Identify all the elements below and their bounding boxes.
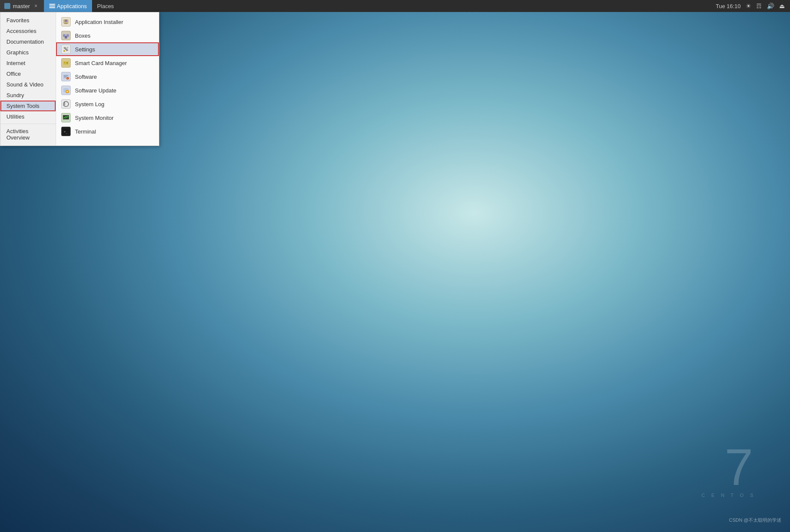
network-icon[interactable]: ☶ xyxy=(756,3,762,9)
window-title-item[interactable]: master × xyxy=(0,0,44,12)
svg-text:+: + xyxy=(66,20,67,23)
boxes-label: Boxes xyxy=(75,33,90,39)
menu-item-system-tools[interactable]: System Tools xyxy=(0,101,56,111)
taskbar: master × Applications Places Tue 16:10 ☀… xyxy=(0,0,790,12)
settings-label: Settings xyxy=(75,46,95,53)
applications-button[interactable]: Applications xyxy=(44,0,92,12)
boxes-icon xyxy=(61,31,71,40)
svg-point-13 xyxy=(66,62,68,64)
software-label: Software xyxy=(75,74,97,80)
centos-number: 7 xyxy=(701,441,756,493)
terminal-icon: >_ xyxy=(61,127,71,136)
menu-software[interactable]: ↓ Software xyxy=(56,70,159,83)
menu-terminal[interactable]: >_ Terminal xyxy=(56,125,159,138)
app-installer-icon: + xyxy=(61,17,71,27)
display-icon[interactable]: ☀ xyxy=(746,3,751,9)
menu-item-sundry[interactable]: Sundry xyxy=(0,90,56,101)
menu-item-accessories[interactable]: Accessories xyxy=(0,26,56,36)
menu-app-list: + Application Installer Boxes xyxy=(56,12,159,146)
svg-rect-1 xyxy=(64,23,68,24)
svg-rect-26 xyxy=(63,115,69,119)
taskbar-left: master × Applications Places xyxy=(0,0,119,12)
menu-item-internet[interactable]: Internet xyxy=(0,58,56,68)
taskbar-right: Tue 16:10 ☀ ☶ 🔊 ⏏ xyxy=(716,3,790,9)
menu-item-utilities[interactable]: Utilities xyxy=(0,111,56,122)
csdn-watermark: CSDN @不太聪明的学述 xyxy=(729,517,781,523)
menu-boxes[interactable]: Boxes xyxy=(56,29,159,42)
software-icon: ↓ xyxy=(61,72,71,81)
menu-app-installer[interactable]: + Application Installer xyxy=(56,15,159,29)
apps-grid-icon xyxy=(49,3,55,9)
menu-category-list: Favorites Accessories Documentation Grap… xyxy=(0,12,56,146)
system-monitor-icon xyxy=(61,113,71,122)
menu-item-favorites[interactable]: Favorites xyxy=(0,15,56,26)
system-monitor-label: System Monitor xyxy=(75,115,113,121)
clock: Tue 16:10 xyxy=(716,3,741,9)
menu-software-update[interactable]: Software Update xyxy=(56,83,159,97)
menu-separator xyxy=(0,124,56,124)
desktop: master × Applications Places Tue 16:10 ☀… xyxy=(0,0,790,532)
menu-system-log[interactable]: System Log xyxy=(56,97,159,111)
smart-card-label: Smart Card Manager xyxy=(75,60,127,66)
settings-icon xyxy=(61,45,71,54)
menu-item-graphics[interactable]: Graphics xyxy=(0,47,56,58)
power-icon[interactable]: ⏏ xyxy=(779,3,785,9)
software-update-icon xyxy=(61,86,71,95)
centos-watermark: 7 C E N T O S xyxy=(701,441,756,498)
centos-label: C E N T O S xyxy=(701,493,756,498)
system-log-icon xyxy=(61,99,71,109)
svg-point-23 xyxy=(63,101,69,107)
menu-item-activities[interactable]: Activities Overview xyxy=(0,126,56,143)
menu-item-office[interactable]: Office xyxy=(0,68,56,79)
svg-point-9 xyxy=(63,50,65,52)
window-icon xyxy=(4,3,10,9)
window-title-text: master xyxy=(13,3,30,9)
volume-icon[interactable]: 🔊 xyxy=(767,3,774,9)
software-update-label: Software Update xyxy=(75,87,116,94)
places-button[interactable]: Places xyxy=(92,0,119,12)
menu-item-documentation[interactable]: Documentation xyxy=(0,36,56,47)
svg-rect-22 xyxy=(67,92,68,92)
svg-text:↓: ↓ xyxy=(67,77,69,80)
applications-label: Applications xyxy=(57,3,87,9)
svg-rect-15 xyxy=(64,75,68,76)
svg-text:>_: >_ xyxy=(64,130,68,134)
svg-rect-12 xyxy=(64,62,66,63)
app-installer-label: Application Installer xyxy=(75,19,123,25)
svg-point-24 xyxy=(64,102,65,103)
terminal-label: Terminal xyxy=(75,128,96,135)
menu-system-monitor[interactable]: System Monitor xyxy=(56,111,159,125)
smart-card-icon xyxy=(61,58,71,68)
svg-rect-6 xyxy=(65,36,67,39)
places-label: Places xyxy=(97,3,114,9)
menu-smart-card[interactable]: Smart Card Manager xyxy=(56,56,159,70)
application-menu: Favorites Accessories Documentation Grap… xyxy=(0,12,159,146)
menu-settings[interactable]: Settings xyxy=(56,42,159,56)
svg-rect-16 xyxy=(64,76,67,77)
svg-rect-17 xyxy=(64,77,66,77)
menu-item-sound-video[interactable]: Sound & Video xyxy=(0,79,56,90)
system-log-label: System Log xyxy=(75,101,104,107)
window-close-button[interactable]: × xyxy=(33,3,39,9)
